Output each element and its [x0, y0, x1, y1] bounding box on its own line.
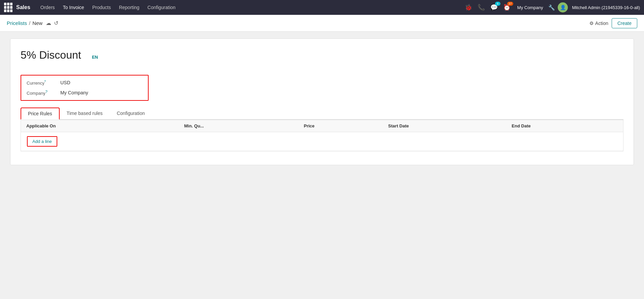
- lang-badge[interactable]: EN: [92, 55, 98, 60]
- app-grid-icon[interactable]: [4, 3, 13, 12]
- company-name[interactable]: My Company: [517, 5, 543, 10]
- app-name[interactable]: Sales: [16, 4, 30, 10]
- breadcrumb-icons: ☁ ↺: [46, 20, 58, 26]
- currency-field-row: Currency* USD: [27, 80, 143, 86]
- col-end-date: End Date: [506, 120, 623, 132]
- create-button[interactable]: Create: [612, 18, 637, 28]
- table-body: Add a line: [21, 132, 623, 151]
- form-title: 5% Discount: [21, 49, 81, 61]
- add-line-label: Add a line: [32, 139, 52, 144]
- col-applicable-on: Applicable On: [21, 120, 179, 132]
- tab-time-based-rules[interactable]: Time based rules: [60, 108, 110, 120]
- breadcrumb: Pricelists / New: [7, 20, 42, 26]
- tabs-bar: Price Rules Time based rules Configurati…: [21, 108, 623, 120]
- breadcrumb-separator: /: [29, 20, 30, 26]
- company-label: Company?: [27, 90, 60, 96]
- refresh-icon[interactable]: ↺: [54, 20, 58, 26]
- table-add-row: Add a line: [21, 132, 623, 151]
- nav-orders[interactable]: Orders: [37, 3, 58, 12]
- wrench-icon[interactable]: 🔧: [548, 4, 555, 11]
- bug-icon[interactable]: 🐞: [463, 2, 473, 12]
- price-rules-table: Applicable On Min. Qu... Price Start Dat…: [21, 120, 623, 151]
- chat-badge: 8: [495, 2, 500, 6]
- nav-to-invoice[interactable]: To Invoice: [60, 3, 88, 12]
- avatar[interactable]: 👤: [558, 2, 568, 12]
- nav-products[interactable]: Products: [89, 3, 114, 12]
- top-nav: Sales Orders To Invoice Products Reporti…: [0, 0, 644, 15]
- action-gear-icon: ⚙: [589, 21, 594, 26]
- tab-price-rules[interactable]: Price Rules: [21, 108, 60, 120]
- form-card: 5% Discount EN Currency* USD Company? My…: [10, 38, 634, 165]
- add-line-button[interactable]: Add a line: [27, 136, 57, 147]
- title-row: 5% Discount EN: [21, 49, 623, 68]
- breadcrumb-parent[interactable]: Pricelists: [7, 20, 27, 26]
- company-value[interactable]: My Company: [60, 90, 88, 95]
- cloud-save-icon[interactable]: ☁: [46, 20, 51, 26]
- breadcrumb-current: New: [32, 20, 42, 26]
- add-line-cell: Add a line: [21, 132, 623, 151]
- phone-icon[interactable]: 📞: [476, 2, 486, 12]
- col-price: Price: [299, 120, 383, 132]
- fields-section: Currency* USD Company? My Company: [21, 75, 149, 101]
- table-container: Applicable On Min. Qu... Price Start Dat…: [21, 120, 623, 151]
- currency-value[interactable]: USD: [60, 80, 70, 85]
- nav-icons: 🐞 📞 💬 8 ⏰ 37 My Company 🔧 👤 Mitchell Adm…: [463, 2, 640, 12]
- user-name: Mitchell Admin (21945339-16-0-all): [572, 5, 640, 10]
- main-content: 5% Discount EN Currency* USD Company? My…: [0, 32, 644, 172]
- activity-badge: 37: [507, 2, 513, 6]
- nav-reporting[interactable]: Reporting: [116, 3, 143, 12]
- tab-configuration[interactable]: Configuration: [110, 108, 152, 120]
- action-button[interactable]: ⚙ Action: [586, 19, 612, 28]
- company-field-row: Company? My Company: [27, 90, 143, 96]
- tabs-section: Price Rules Time based rules Configurati…: [21, 108, 623, 151]
- table-header-row: Applicable On Min. Qu... Price Start Dat…: [21, 120, 623, 132]
- action-label: Action: [595, 21, 608, 26]
- col-min-qty: Min. Qu...: [179, 120, 298, 132]
- nav-configuration[interactable]: Configuration: [144, 3, 179, 12]
- currency-label: Currency*: [27, 80, 60, 86]
- activity-icon[interactable]: ⏰ 37: [502, 2, 512, 12]
- chat-icon[interactable]: 💬 8: [489, 2, 499, 12]
- col-start-date: Start Date: [383, 120, 507, 132]
- breadcrumb-bar: Pricelists / New ☁ ↺ ⚙ Action Create: [0, 15, 644, 32]
